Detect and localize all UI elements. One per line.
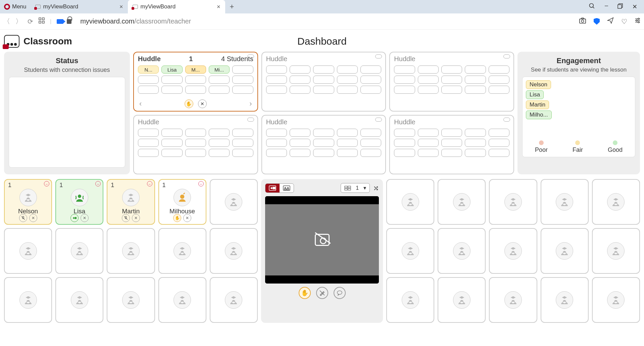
page-content: Classroom Dashboard Status Students with… <box>0 30 644 323</box>
huddle-empty-seat <box>290 86 310 94</box>
new-tab-button[interactable]: + <box>225 2 239 11</box>
huddle-empty-seat <box>232 66 253 74</box>
separator: | <box>50 18 51 25</box>
tab-inactive[interactable]: myViewBoard × <box>31 0 128 13</box>
huddle-empty-seat <box>394 76 415 84</box>
student-card-lisa[interactable]: 1–Lisa✕ <box>55 179 103 225</box>
snapshot-icon[interactable] <box>579 17 586 26</box>
engagement-legend: Poor Fair Good <box>523 140 635 154</box>
huddle-card[interactable]: Huddle14 StudentsN...LisaM...Mi...‹✋✕› <box>133 52 258 112</box>
view-mode-grid[interactable] <box>280 184 294 192</box>
menu-label: Menu <box>12 3 27 10</box>
send-icon[interactable] <box>607 17 614 26</box>
tab-active[interactable]: myViewBoard × <box>128 0 225 13</box>
huddle-empty-seat <box>418 149 439 157</box>
remove-icon[interactable]: ✕ <box>29 214 37 222</box>
remove-student-icon[interactable]: – <box>198 181 204 186</box>
remove-icon[interactable]: ✕ <box>81 214 89 222</box>
student-card-empty <box>592 228 640 274</box>
remove-icon[interactable]: ✕ <box>183 214 191 222</box>
huddle-empty-seat <box>266 149 287 157</box>
huddle-empty-seat <box>209 129 230 137</box>
presenting-icon[interactable] <box>70 214 79 222</box>
huddle-student[interactable]: M... <box>185 66 206 74</box>
huddle-student[interactable]: Lisa <box>161 66 182 74</box>
avatar-icon <box>556 242 573 260</box>
svg-rect-3 <box>39 18 41 20</box>
huddle-empty-seat <box>441 149 462 157</box>
opera-menu-button[interactable]: Menu <box>0 0 31 13</box>
remove-student-icon[interactable]: – <box>147 181 152 186</box>
status-subtitle: Students with connection issues <box>9 67 125 74</box>
speed-dial-icon[interactable] <box>39 17 45 25</box>
huddle-empty-seat <box>138 139 159 147</box>
tab-close-icon[interactable]: × <box>119 3 123 10</box>
raise-hand-icon[interactable]: ✋ <box>185 99 193 108</box>
engagement-student-tag[interactable]: Lisa <box>526 90 544 99</box>
status-title: Status <box>9 56 125 65</box>
mute-pen-button[interactable] <box>316 287 328 299</box>
huddle-empty-seat <box>161 129 182 137</box>
easy-setup-icon[interactable] <box>635 17 641 25</box>
svg-rect-19 <box>75 217 77 219</box>
window-minimize-icon[interactable]: – <box>605 2 608 9</box>
raise-hand-button[interactable]: ✋ <box>299 287 311 299</box>
layout-number-select[interactable]: 1 ▾ <box>341 183 370 193</box>
remove-icon[interactable]: ✕ <box>132 214 140 222</box>
huddle-card[interactable]: Huddle <box>389 115 514 175</box>
url-path: /classroom/teacher <box>134 17 191 25</box>
huddle-empty-seat <box>232 129 253 137</box>
svg-rect-6 <box>42 21 44 23</box>
student-card-milhouse[interactable]: 1–Milhouse✋✕ <box>158 179 206 225</box>
huddle-card[interactable]: Huddle <box>389 52 514 112</box>
mute-icon[interactable] <box>19 214 27 222</box>
huddle-empty-seat <box>489 139 509 147</box>
avatar-icon <box>504 242 522 260</box>
tab-close-icon[interactable]: × <box>217 3 220 10</box>
heart-icon[interactable]: ♡ <box>621 17 627 26</box>
avatar-icon <box>607 242 625 260</box>
engagement-student-tag[interactable]: Martin <box>526 100 549 109</box>
chat-button[interactable] <box>334 287 346 299</box>
search-tabs-icon[interactable] <box>589 3 595 11</box>
engagement-student-tag[interactable]: Milho... <box>526 111 552 119</box>
huddle-prev-icon[interactable]: ‹ <box>139 99 142 108</box>
nav-forward-icon[interactable]: 〉 <box>15 17 22 26</box>
huddle-student[interactable]: N... <box>138 66 159 74</box>
close-huddle-icon[interactable]: ✕ <box>198 99 207 108</box>
huddle-student[interactable]: Mi... <box>209 66 230 74</box>
huddle-empty-seat <box>313 129 334 137</box>
url-display[interactable]: myviewboard.com/classroom/teacher <box>80 17 191 25</box>
huddle-empty-seat <box>394 149 415 157</box>
huddle-empty-seat <box>418 129 439 137</box>
remove-student-icon[interactable]: – <box>44 181 49 186</box>
student-card-martin[interactable]: 1–Martin✕ <box>107 179 155 225</box>
video-preview[interactable] <box>265 196 379 284</box>
view-mode-single[interactable] <box>265 184 280 192</box>
huddle-card[interactable]: Huddle <box>261 115 386 175</box>
opera-icon <box>4 4 10 10</box>
camera-permission-icon[interactable] <box>57 19 63 24</box>
legend-fair: Fair <box>573 140 583 154</box>
huddle-empty-seat <box>209 139 230 147</box>
huddle-card[interactable]: Huddle <box>261 52 386 112</box>
lock-icon[interactable] <box>67 19 71 24</box>
engagement-student-tag[interactable]: Nelson <box>526 80 551 89</box>
window-close-icon[interactable]: ✕ <box>632 3 637 10</box>
student-card-nelson[interactable]: 1–Nelson✕ <box>4 179 52 225</box>
huddle-card[interactable]: Huddle <box>133 115 258 175</box>
nav-back-icon[interactable]: 〈 <box>3 17 10 26</box>
svg-rect-34 <box>348 188 351 190</box>
mute-icon[interactable] <box>122 214 130 222</box>
avatar-icon <box>225 291 242 309</box>
window-maximize-icon[interactable] <box>617 3 623 10</box>
center-video-panel: 1 ▾ ⤭ ✋ <box>261 179 383 323</box>
remove-student-icon[interactable]: – <box>95 181 101 186</box>
shield-icon[interactable] <box>594 18 600 25</box>
reload-icon[interactable]: ⟳ <box>28 17 33 26</box>
hand-raised-icon[interactable]: ✋ <box>173 214 181 222</box>
chevron-down-icon: ▾ <box>363 185 366 191</box>
huddle-next-icon[interactable]: › <box>249 99 252 108</box>
shuffle-icon[interactable]: ⤭ <box>373 184 379 192</box>
avatar-icon <box>174 189 191 206</box>
